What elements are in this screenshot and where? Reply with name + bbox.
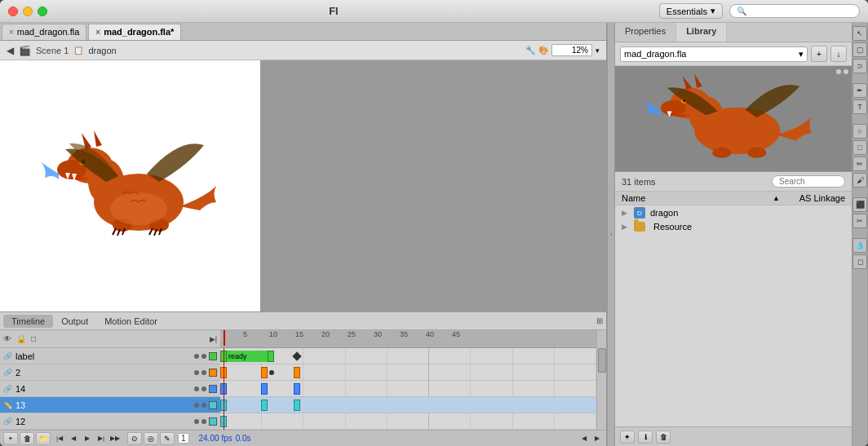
layer-vis-dot-13[interactable] <box>194 403 199 408</box>
tab-close-icon[interactable]: × <box>9 28 14 37</box>
tool-oval[interactable]: ○ <box>852 124 867 139</box>
tool-select[interactable]: ▢ <box>852 42 867 57</box>
title-bar-right: Essentials ▾ 🔍 <box>659 3 860 19</box>
tool-rect[interactable]: □ <box>852 140 867 155</box>
track-14[interactable] <box>220 381 596 397</box>
layer-lock-dot-14[interactable] <box>202 386 206 391</box>
lib-props-btn[interactable]: ℹ <box>638 431 653 444</box>
skip-end-btn[interactable]: ▶▶ <box>109 433 121 444</box>
onion-skin-outline-btn[interactable]: ◎ <box>144 432 158 445</box>
vscroll-thumb[interactable] <box>598 348 606 373</box>
onion-skin-edit-btn[interactable]: ✎ <box>160 432 175 445</box>
timeline-tab-timeline[interactable]: Timeline <box>3 315 53 328</box>
tool-lasso[interactable]: ⊃ <box>852 59 867 73</box>
layer-lock-dot-2[interactable] <box>202 370 206 375</box>
nav-prev[interactable]: ◀ <box>578 433 590 444</box>
track-2[interactable] <box>220 364 596 381</box>
output-tab-label: Output <box>61 316 88 326</box>
zoom-control: 🔧 🎨 ▾ <box>525 44 600 56</box>
current-frame[interactable]: 1 <box>178 433 189 444</box>
essentials-dropdown[interactable]: Essentials ▾ <box>659 3 723 19</box>
library-item-resource[interactable]: ▶ Resource <box>615 220 852 233</box>
library-search-input[interactable] <box>772 175 845 188</box>
layer-lock-dot[interactable] <box>202 354 206 359</box>
tab-mad-dragon-1[interactable]: × mad_dragon.fla <box>2 24 86 40</box>
layer-vis-dot[interactable] <box>194 354 199 359</box>
timeline-ruler: 5 10 15 20 25 30 35 40 45 <box>220 330 596 348</box>
library-new-btn[interactable]: + <box>811 46 827 62</box>
tool-stroke[interactable]: ✂ <box>852 214 867 228</box>
expand-icon-r: ▶ <box>622 223 627 231</box>
tool-fill[interactable]: ⬛ <box>852 197 867 212</box>
step-back-btn[interactable]: ◀ <box>68 433 79 444</box>
tab-bar: × mad_dragon.fla × mad_dragon.fla* <box>0 23 606 41</box>
track-2-end <box>261 367 268 378</box>
tool-pencil[interactable]: ✏ <box>852 157 867 171</box>
playhead-line <box>224 348 224 430</box>
layer-row-2[interactable]: 🔗 2 <box>0 364 220 381</box>
tool-eraser[interactable]: ◻ <box>852 254 867 269</box>
tool-arrow[interactable]: ↖ <box>852 26 867 41</box>
track-14-end <box>294 383 300 395</box>
layer-vis-dot-12[interactable] <box>194 419 199 424</box>
panel-collapse-handle[interactable]: ‹ <box>607 23 615 446</box>
layer-name-14: 14 <box>16 384 25 394</box>
track-12[interactable] <box>220 413 596 430</box>
ruler-45: 45 <box>452 330 460 338</box>
library-item-dragon[interactable]: ▶ D dragon <box>615 205 852 220</box>
library-import-btn[interactable]: ↓ <box>830 46 847 62</box>
layer-link-icon-12: 🔗 <box>3 417 12 426</box>
zoom-icon2: 🎨 <box>538 46 548 55</box>
tab-close-icon-2[interactable]: × <box>95 28 100 37</box>
timeline-tab-motion[interactable]: Motion Editor <box>96 315 166 328</box>
tool-text[interactable]: T <box>852 99 867 114</box>
timeline-tab-output[interactable]: Output <box>53 315 96 328</box>
track-13[interactable] <box>220 397 596 413</box>
layer-lock-dot-13[interactable] <box>202 403 206 408</box>
timeline-expand-icon[interactable]: ⊞ <box>596 316 603 325</box>
time-display: 0.0s <box>236 434 251 443</box>
layer-lock-dot-12[interactable] <box>202 419 206 424</box>
library-file-dropdown[interactable]: mad_dragon.fla ▾ <box>620 46 808 62</box>
add-layer-btn[interactable]: + <box>3 432 18 445</box>
track-label[interactable]: ready <box>220 348 596 364</box>
zoom-input[interactable] <box>551 44 592 56</box>
delete-layer-btn[interactable]: 🗑 <box>20 432 34 445</box>
step-fwd-btn[interactable]: ▶| <box>95 433 107 444</box>
layer-vis-dot-2[interactable] <box>194 370 199 375</box>
layer-controls-2 <box>194 369 217 377</box>
onion-skin-btn[interactable]: ⊙ <box>127 432 142 445</box>
nav-next[interactable]: ▶ <box>591 433 603 444</box>
layer-row-12[interactable]: 🔗 12 <box>0 413 220 430</box>
layer-row-13[interactable]: ✏️ 13 <box>0 397 220 413</box>
collapse-icon: ‹ <box>610 231 613 238</box>
ruler-30: 30 <box>374 330 382 338</box>
tab-library[interactable]: Library <box>676 23 727 42</box>
items-count: 31 items <box>622 177 772 187</box>
layers-header: 👁 🔒 □ ▶| <box>0 330 220 348</box>
tool-brush[interactable]: 🖌 <box>852 173 867 188</box>
skip-start-btn[interactable]: |◀ <box>54 433 65 444</box>
svg-point-22 <box>712 147 731 157</box>
play-btn[interactable]: ▶ <box>82 433 93 444</box>
timeline-vscrollbar[interactable] <box>596 330 606 430</box>
lib-new-symbol-btn[interactable]: ✦ <box>620 431 635 444</box>
timeline-tab-label: Timeline <box>11 316 45 326</box>
col-linkage-label: AS Linkage <box>780 193 845 203</box>
lib-delete-btn[interactable]: 🗑 <box>656 431 671 444</box>
canvas-area <box>0 60 606 311</box>
layer-row-label[interactable]: 🔗 label <box>0 348 220 364</box>
layer-row-14[interactable]: 🔗 14 <box>0 381 220 397</box>
zoom-chevron-icon[interactable]: ▾ <box>596 46 600 55</box>
layer-vis-dot-14[interactable] <box>194 386 199 391</box>
library-tab-label: Library <box>686 26 716 36</box>
layer-controls-13 <box>194 401 217 409</box>
back-icon[interactable]: ◀ <box>7 45 14 56</box>
tool-pen[interactable]: ✒ <box>852 83 867 98</box>
tab-mad-dragon-2[interactable]: × mad_dragon.fla* <box>88 24 181 40</box>
scene-label[interactable]: Scene 1 <box>36 46 69 55</box>
tool-eyedrop[interactable]: 💧 <box>852 238 867 253</box>
layer-folder-btn[interactable]: 📁 <box>36 432 51 445</box>
ruler-inner: 5 10 15 20 25 30 35 40 45 <box>220 330 596 346</box>
tab-properties[interactable]: Properties <box>615 23 676 42</box>
